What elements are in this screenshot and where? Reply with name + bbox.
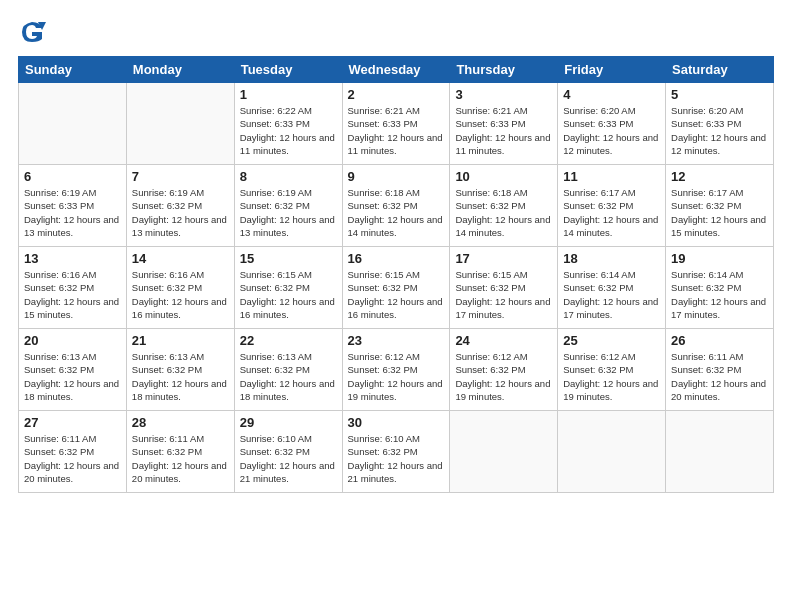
calendar-cell: 13Sunrise: 6:16 AM Sunset: 6:32 PM Dayli…	[19, 247, 127, 329]
day-number: 8	[240, 169, 337, 184]
calendar-cell	[558, 411, 666, 493]
day-info: Sunrise: 6:13 AM Sunset: 6:32 PM Dayligh…	[240, 350, 337, 403]
day-info: Sunrise: 6:19 AM Sunset: 6:32 PM Dayligh…	[240, 186, 337, 239]
day-number: 7	[132, 169, 229, 184]
day-number: 15	[240, 251, 337, 266]
day-number: 21	[132, 333, 229, 348]
day-number: 18	[563, 251, 660, 266]
day-number: 27	[24, 415, 121, 430]
calendar-cell	[666, 411, 774, 493]
calendar-cell	[19, 83, 127, 165]
day-info: Sunrise: 6:13 AM Sunset: 6:32 PM Dayligh…	[24, 350, 121, 403]
day-number: 4	[563, 87, 660, 102]
day-number: 23	[348, 333, 445, 348]
calendar-cell	[450, 411, 558, 493]
page: SundayMondayTuesdayWednesdayThursdayFrid…	[0, 0, 792, 612]
calendar-cell: 17Sunrise: 6:15 AM Sunset: 6:32 PM Dayli…	[450, 247, 558, 329]
weekday-header-thursday: Thursday	[450, 57, 558, 83]
day-number: 2	[348, 87, 445, 102]
logo	[18, 18, 50, 46]
calendar-cell	[126, 83, 234, 165]
calendar-cell: 19Sunrise: 6:14 AM Sunset: 6:32 PM Dayli…	[666, 247, 774, 329]
calendar-cell: 29Sunrise: 6:10 AM Sunset: 6:32 PM Dayli…	[234, 411, 342, 493]
day-number: 10	[455, 169, 552, 184]
calendar-cell: 23Sunrise: 6:12 AM Sunset: 6:32 PM Dayli…	[342, 329, 450, 411]
day-number: 11	[563, 169, 660, 184]
calendar-table: SundayMondayTuesdayWednesdayThursdayFrid…	[18, 56, 774, 493]
day-info: Sunrise: 6:22 AM Sunset: 6:33 PM Dayligh…	[240, 104, 337, 157]
calendar-cell: 14Sunrise: 6:16 AM Sunset: 6:32 PM Dayli…	[126, 247, 234, 329]
day-number: 6	[24, 169, 121, 184]
day-info: Sunrise: 6:12 AM Sunset: 6:32 PM Dayligh…	[563, 350, 660, 403]
day-info: Sunrise: 6:12 AM Sunset: 6:32 PM Dayligh…	[348, 350, 445, 403]
calendar-week-row: 6Sunrise: 6:19 AM Sunset: 6:33 PM Daylig…	[19, 165, 774, 247]
day-info: Sunrise: 6:20 AM Sunset: 6:33 PM Dayligh…	[563, 104, 660, 157]
day-number: 20	[24, 333, 121, 348]
day-info: Sunrise: 6:19 AM Sunset: 6:32 PM Dayligh…	[132, 186, 229, 239]
day-info: Sunrise: 6:20 AM Sunset: 6:33 PM Dayligh…	[671, 104, 768, 157]
day-info: Sunrise: 6:15 AM Sunset: 6:32 PM Dayligh…	[240, 268, 337, 321]
calendar-cell: 1Sunrise: 6:22 AM Sunset: 6:33 PM Daylig…	[234, 83, 342, 165]
weekday-header-friday: Friday	[558, 57, 666, 83]
day-number: 14	[132, 251, 229, 266]
day-info: Sunrise: 6:15 AM Sunset: 6:32 PM Dayligh…	[348, 268, 445, 321]
calendar-cell: 10Sunrise: 6:18 AM Sunset: 6:32 PM Dayli…	[450, 165, 558, 247]
calendar-cell: 25Sunrise: 6:12 AM Sunset: 6:32 PM Dayli…	[558, 329, 666, 411]
day-number: 5	[671, 87, 768, 102]
calendar-cell: 16Sunrise: 6:15 AM Sunset: 6:32 PM Dayli…	[342, 247, 450, 329]
day-number: 16	[348, 251, 445, 266]
day-number: 17	[455, 251, 552, 266]
day-number: 25	[563, 333, 660, 348]
header	[18, 18, 774, 46]
calendar-cell: 24Sunrise: 6:12 AM Sunset: 6:32 PM Dayli…	[450, 329, 558, 411]
day-info: Sunrise: 6:10 AM Sunset: 6:32 PM Dayligh…	[348, 432, 445, 485]
day-number: 13	[24, 251, 121, 266]
weekday-header-wednesday: Wednesday	[342, 57, 450, 83]
day-info: Sunrise: 6:14 AM Sunset: 6:32 PM Dayligh…	[563, 268, 660, 321]
day-number: 3	[455, 87, 552, 102]
calendar-cell: 6Sunrise: 6:19 AM Sunset: 6:33 PM Daylig…	[19, 165, 127, 247]
day-info: Sunrise: 6:19 AM Sunset: 6:33 PM Dayligh…	[24, 186, 121, 239]
calendar-cell: 21Sunrise: 6:13 AM Sunset: 6:32 PM Dayli…	[126, 329, 234, 411]
calendar-cell: 26Sunrise: 6:11 AM Sunset: 6:32 PM Dayli…	[666, 329, 774, 411]
calendar-cell: 4Sunrise: 6:20 AM Sunset: 6:33 PM Daylig…	[558, 83, 666, 165]
calendar-cell: 11Sunrise: 6:17 AM Sunset: 6:32 PM Dayli…	[558, 165, 666, 247]
calendar-cell: 2Sunrise: 6:21 AM Sunset: 6:33 PM Daylig…	[342, 83, 450, 165]
day-info: Sunrise: 6:15 AM Sunset: 6:32 PM Dayligh…	[455, 268, 552, 321]
calendar-cell: 12Sunrise: 6:17 AM Sunset: 6:32 PM Dayli…	[666, 165, 774, 247]
day-info: Sunrise: 6:11 AM Sunset: 6:32 PM Dayligh…	[24, 432, 121, 485]
day-number: 29	[240, 415, 337, 430]
calendar-cell: 7Sunrise: 6:19 AM Sunset: 6:32 PM Daylig…	[126, 165, 234, 247]
day-info: Sunrise: 6:17 AM Sunset: 6:32 PM Dayligh…	[671, 186, 768, 239]
calendar-week-row: 1Sunrise: 6:22 AM Sunset: 6:33 PM Daylig…	[19, 83, 774, 165]
weekday-header-monday: Monday	[126, 57, 234, 83]
weekday-header-tuesday: Tuesday	[234, 57, 342, 83]
day-info: Sunrise: 6:12 AM Sunset: 6:32 PM Dayligh…	[455, 350, 552, 403]
calendar-cell: 9Sunrise: 6:18 AM Sunset: 6:32 PM Daylig…	[342, 165, 450, 247]
calendar-cell: 8Sunrise: 6:19 AM Sunset: 6:32 PM Daylig…	[234, 165, 342, 247]
calendar-cell: 28Sunrise: 6:11 AM Sunset: 6:32 PM Dayli…	[126, 411, 234, 493]
calendar-cell: 18Sunrise: 6:14 AM Sunset: 6:32 PM Dayli…	[558, 247, 666, 329]
weekday-header-saturday: Saturday	[666, 57, 774, 83]
logo-icon	[18, 18, 46, 46]
day-info: Sunrise: 6:18 AM Sunset: 6:32 PM Dayligh…	[455, 186, 552, 239]
day-info: Sunrise: 6:21 AM Sunset: 6:33 PM Dayligh…	[455, 104, 552, 157]
day-info: Sunrise: 6:10 AM Sunset: 6:32 PM Dayligh…	[240, 432, 337, 485]
day-info: Sunrise: 6:18 AM Sunset: 6:32 PM Dayligh…	[348, 186, 445, 239]
calendar-week-row: 13Sunrise: 6:16 AM Sunset: 6:32 PM Dayli…	[19, 247, 774, 329]
day-info: Sunrise: 6:17 AM Sunset: 6:32 PM Dayligh…	[563, 186, 660, 239]
day-number: 28	[132, 415, 229, 430]
calendar-week-row: 27Sunrise: 6:11 AM Sunset: 6:32 PM Dayli…	[19, 411, 774, 493]
calendar-cell: 5Sunrise: 6:20 AM Sunset: 6:33 PM Daylig…	[666, 83, 774, 165]
day-info: Sunrise: 6:11 AM Sunset: 6:32 PM Dayligh…	[132, 432, 229, 485]
day-number: 1	[240, 87, 337, 102]
day-number: 26	[671, 333, 768, 348]
weekday-header-sunday: Sunday	[19, 57, 127, 83]
calendar-cell: 30Sunrise: 6:10 AM Sunset: 6:32 PM Dayli…	[342, 411, 450, 493]
day-number: 12	[671, 169, 768, 184]
day-number: 24	[455, 333, 552, 348]
calendar-cell: 27Sunrise: 6:11 AM Sunset: 6:32 PM Dayli…	[19, 411, 127, 493]
calendar-cell: 3Sunrise: 6:21 AM Sunset: 6:33 PM Daylig…	[450, 83, 558, 165]
day-info: Sunrise: 6:14 AM Sunset: 6:32 PM Dayligh…	[671, 268, 768, 321]
calendar-week-row: 20Sunrise: 6:13 AM Sunset: 6:32 PM Dayli…	[19, 329, 774, 411]
